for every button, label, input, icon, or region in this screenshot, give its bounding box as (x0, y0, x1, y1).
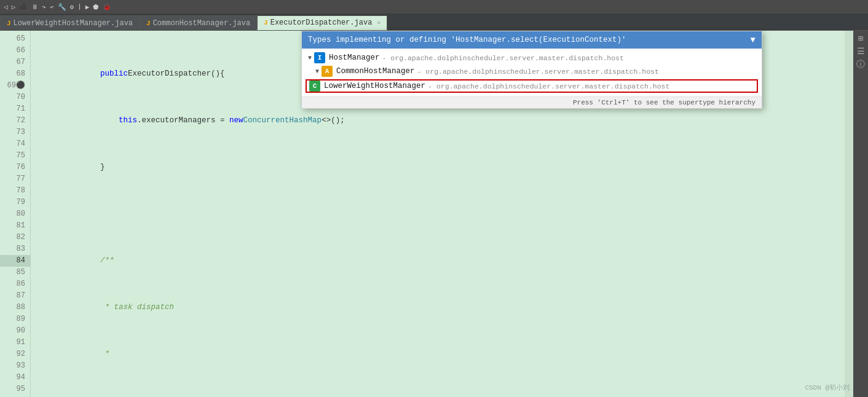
item-name-hostmanager: HostManager (329, 53, 380, 62)
interface-icon-hostmanager: I (314, 52, 325, 63)
code-line-68 (36, 208, 845, 220)
ln-65: 65 (0, 33, 30, 45)
code-line-69: /** (36, 255, 845, 267)
ln-70: 70 (0, 92, 30, 103)
toolbar-icon-8[interactable]: ⚙ (69, 3, 76, 11)
ln-91: 91 (0, 337, 30, 348)
ln-94: 94 (0, 372, 30, 383)
ln-74: 74 (0, 138, 30, 150)
code-line-66: this.executorManagers = new ConcurrentHa… (36, 115, 845, 127)
line-numbers: 65 66 67 68 69⚫ 70 71 72 73 74 75 76 77 … (0, 31, 31, 397)
ln-66: 66 (0, 45, 30, 57)
toolbar-icon-9[interactable]: ▶ (84, 3, 91, 11)
toolbar-icon-10[interactable]: ⬟ (92, 3, 100, 11)
popup-header: Types implementing or defining 'HostMana… (302, 31, 762, 49)
ln-85: 85 (0, 267, 30, 278)
ln-73: 73 (0, 127, 30, 138)
ln-88: 88 (0, 302, 30, 313)
ln-75: 75 (0, 150, 30, 162)
toolbar-icon-7[interactable]: 🔧 (57, 3, 68, 11)
ln-90: 90 (0, 325, 30, 337)
tab-label-3: ExecutorDispatcher.java (270, 18, 373, 27)
toolbar-icon-11[interactable]: 🐞 (101, 3, 112, 11)
ln-83: 83 (0, 243, 30, 255)
tab-icon-3: J (264, 19, 268, 26)
tab-close-button[interactable]: ✕ (377, 19, 381, 26)
popup-footer: Press 'Ctrl+T' to see the supertype hier… (302, 96, 762, 108)
item-package-commonhostmanager: - org.apache.dolphinscheduler.server.mas… (417, 68, 659, 76)
tab-icon-2: J (146, 20, 151, 27)
code-line-71: * (36, 348, 845, 360)
type-hierarchy-popup: Types implementing or defining 'HostMana… (301, 31, 762, 109)
ln-84: 84 (0, 255, 30, 267)
main-content: 65 66 67 68 69⚫ 70 71 72 73 74 75 76 77 … (0, 31, 868, 397)
tab-label-2: CommonHostManager.java (153, 19, 250, 28)
ln-78: 78 (0, 185, 30, 197)
item-name-commonhostmanager: CommonHostManager (336, 67, 415, 76)
popup-body: ▼ I HostManager - org.apache.dolphinsche… (302, 49, 762, 96)
item-package-hostmanager: - org.apache.dolphinscheduler.server.mas… (382, 54, 624, 62)
toolbar-icon-6[interactable]: ↶ (49, 3, 55, 11)
popup-item-hostmanager[interactable]: ▼ I HostManager - org.apache.dolphinsche… (302, 51, 762, 65)
popup-collapse-button[interactable]: ▼ (751, 35, 756, 45)
class-icon-lowerweighthostmanager: C (309, 81, 320, 92)
tab-icon-1: J (7, 20, 11, 27)
tab-label-1: LowerWeightHostManager.java (14, 19, 133, 28)
toolbar-icon-3[interactable]: ⬛ (18, 3, 29, 11)
expand-arrow-hostmanager[interactable]: ▼ (308, 55, 312, 61)
item-package-lowerweighthostmanager: - org.apache.dolphinscheduler.server.mas… (428, 82, 669, 90)
code-line-70: * task dispatch (36, 302, 845, 313)
right-sidebar: ⊞ ☰ ⓘ (853, 31, 868, 397)
toolbar-icon-5[interactable]: ↷ (41, 3, 47, 11)
vertical-scrollbar[interactable] (845, 31, 853, 397)
popup-item-commonhostmanager[interactable]: ▼ A CommonHostManager - org.apache.dolph… (302, 65, 762, 78)
ln-95: 95 (0, 383, 30, 395)
ln-72: 72 (0, 115, 30, 127)
popup-footer-text: Press 'Ctrl+T' to see the supertype hier… (573, 99, 756, 106)
watermark-text: CSDN @初小刘 (805, 384, 850, 391)
tab-bar: J LowerWeightHostManager.java J CommonHo… (0, 14, 868, 31)
popup-item-lowerweighthostmanager[interactable]: C LowerWeightHostManager - org.apache.do… (306, 79, 758, 93)
toolbar-icon-2[interactable]: ▷ (10, 3, 17, 11)
ln-67: 67 (0, 57, 30, 68)
toolbar-icon-1[interactable]: ◁ (2, 3, 9, 11)
ln-89: 89 (0, 313, 30, 325)
ln-87: 87 (0, 290, 30, 302)
abstract-icon-commonhostmanager: A (322, 66, 333, 77)
ln-71: 71 (0, 103, 30, 115)
expand-arrow-commonhostmanager[interactable]: ▼ (315, 68, 319, 75)
ln-82: 82 (0, 232, 30, 243)
toolbar-icon-4[interactable]: ⏸ (30, 3, 39, 11)
ln-77: 77 (0, 173, 30, 185)
ln-86: 86 (0, 278, 30, 290)
tab-lowerweighthostmanager[interactable]: J LowerWeightHostManager.java (0, 15, 140, 30)
sidebar-icon-structure[interactable]: ⊞ (858, 33, 863, 44)
code-line-67: } (36, 162, 845, 173)
tab-commonhostmanager[interactable]: J CommonHostManager.java (140, 15, 257, 30)
ln-76: 76 (0, 162, 30, 173)
ln-81: 81 (0, 220, 30, 232)
toolbar: ◁ ▷ ⬛ ⏸ ↷ ↶ 🔧 ⚙ | ▶ ⬟ 🐞 (0, 0, 868, 14)
ln-92: 92 (0, 348, 30, 360)
watermark: CSDN @初小刘 (805, 383, 850, 392)
ln-80: 80 (0, 208, 30, 220)
tab-executordispatcher[interactable]: J ExecutorDispatcher.java ✕ (257, 15, 387, 30)
popup-title: Types implementing or defining 'HostMana… (308, 36, 626, 44)
item-name-lowerweighthostmanager: LowerWeightHostManager (324, 82, 425, 90)
ln-68: 68 (0, 68, 30, 80)
ln-93: 93 (0, 360, 30, 372)
sidebar-icon-bookmark[interactable]: ☰ (857, 46, 865, 57)
ln-69: 69⚫ (0, 80, 30, 92)
sidebar-icon-info[interactable]: ⓘ (856, 59, 865, 70)
toolbar-separator: | (76, 3, 83, 10)
ln-79: 79 (0, 197, 30, 208)
